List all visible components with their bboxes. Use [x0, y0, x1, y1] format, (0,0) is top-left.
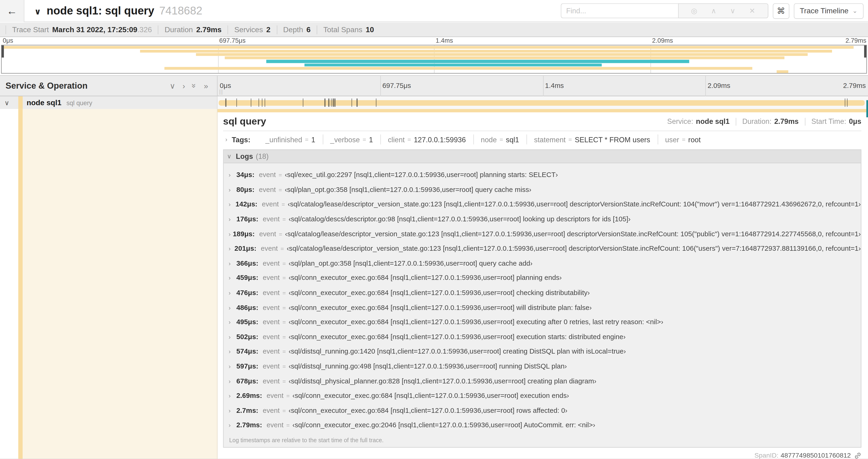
chevron-right-icon: › [225, 136, 227, 143]
span-bar-area[interactable] [217, 96, 868, 109]
chevron-down-icon: ⌄ [852, 7, 858, 14]
log-tick [225, 98, 226, 107]
back-button[interactable]: ← [0, 0, 24, 22]
minimap-span-bar [140, 50, 832, 52]
log-entry[interactable]: › 2.69ms: event = ‹sql/conn_executor_exe… [223, 388, 861, 403]
log-tick [331, 98, 332, 107]
minimap-tick-label: 2.09ms [651, 37, 673, 44]
span-operation-name: sql query [66, 99, 92, 106]
span-color-stripe [18, 96, 22, 109]
title-chevron-icon[interactable]: ∨ [34, 6, 41, 17]
tags-accordion[interactable]: › Tags: _unfinished = 1 _verbose = 1 [223, 131, 861, 147]
chevron-right-icon: › [229, 186, 236, 193]
minimap-tick-label: 0μs [1, 37, 13, 44]
log-entry[interactable]: › 2.79ms: event = ‹sql/conn_executor_exe… [223, 418, 861, 432]
ruler-tick-label: 0μs [217, 82, 231, 90]
minimap-span-bar [776, 70, 788, 73]
view-select-label: Trace Timeline [800, 6, 849, 15]
log-entry[interactable]: › 486μs: event = ‹sql/conn_executor_exec… [223, 300, 861, 315]
log-entry[interactable]: › 476μs: event = ‹sql/conn_executor_exec… [223, 286, 861, 300]
find-clear-icon[interactable]: ✕ [749, 7, 755, 14]
minimap-tick-labels: 0μs697.75μs1.4ms2.09ms2.79ms [1, 37, 867, 45]
minimap-span-bar [266, 60, 689, 63]
trace-title-group: ∨ node sql1: sql query 7418682 [34, 4, 202, 17]
trace-minimap: 0μs697.75μs1.4ms2.09ms2.79ms [0, 37, 868, 75]
detail-start-time: 0μs [849, 117, 861, 126]
log-entry[interactable]: › 366μs: event = ‹sql/plan_opt.go:358 [n… [223, 256, 861, 270]
page-title: node sql1: sql query [46, 4, 154, 17]
chevron-right-icon: › [229, 333, 236, 340]
log-entry[interactable]: › 34μs: event = ‹sql/exec_util.go:2297 [… [223, 168, 861, 183]
trace-summary-item: Total Spans 10 [317, 25, 380, 34]
detail-left-column [0, 109, 217, 459]
chevron-right-icon: › [229, 363, 236, 369]
expand-one-icon[interactable]: › [183, 82, 185, 90]
log-tick [357, 98, 358, 107]
log-entry[interactable]: › 142μs: event = ‹sql/catalog/lease/desc… [223, 197, 861, 212]
ruler-tick-label: 2.79ms [843, 82, 868, 90]
log-entry[interactable]: › 678μs: event = ‹sql/distsql_physical_p… [223, 374, 861, 388]
tag-item: statement = SELECT * FROM users [526, 135, 657, 144]
log-tick [258, 98, 259, 107]
minimap-canvas[interactable] [1, 45, 867, 73]
span-collapse-chevron-icon[interactable]: ∨ [4, 99, 14, 106]
find-next-icon[interactable]: ∨ [730, 7, 736, 14]
expand-all-icon[interactable]: » [204, 82, 208, 90]
collapse-one-icon[interactable]: ∨ [169, 82, 175, 90]
log-entry[interactable]: › 495μs: event = ‹sql/conn_executor_exec… [223, 315, 861, 330]
find-input[interactable] [561, 3, 678, 18]
chevron-right-icon: › [229, 216, 236, 222]
collapse-all-icon[interactable]: » [191, 84, 198, 88]
timeline-ruler: 0μs697.75μs1.4ms2.09ms2.79ms [217, 76, 868, 96]
minimap-left-scrubber[interactable] [2, 45, 4, 58]
timeline-header-row: Service & Operation ∨ › » » || 0μs697.75… [0, 75, 868, 96]
detail-operation-title: sql query [223, 116, 266, 127]
log-tick [351, 98, 352, 107]
span-detail-row: sql query Service:node sql1 Duration:2.7… [0, 109, 868, 459]
span-id-row: SpanID: 4877749850101760812 [223, 448, 861, 459]
minimap-right-scrubber[interactable] [864, 45, 866, 58]
minimap-spans [2, 45, 866, 73]
find-prev-icon[interactable]: ∧ [711, 7, 716, 14]
tree-controls: ∨ › » » [162, 82, 208, 90]
trace-summary-item: Duration 2.79ms [158, 25, 228, 34]
detail-meta: Service:node sql1 Duration:2.79ms Start … [667, 117, 861, 126]
chevron-right-icon: › [229, 201, 236, 207]
span-service-name: node sql1 [27, 98, 62, 107]
log-entry[interactable]: › 597μs: event = ‹sql/distsql_running.go… [223, 359, 861, 374]
command-icon: ⌘ [777, 6, 785, 16]
ruler-tick-label: 697.75μs [380, 82, 411, 90]
log-entry[interactable]: › 502μs: event = ‹sql/conn_executor_exec… [223, 330, 861, 344]
chevron-right-icon: › [229, 422, 236, 428]
link-icon[interactable] [854, 452, 862, 459]
trace-view-select[interactable]: Trace Timeline ⌄ [794, 3, 864, 19]
log-tick [251, 98, 251, 107]
log-tick [335, 98, 335, 107]
detail-panel-area: sql query Service:node sql1 Duration:2.7… [217, 109, 868, 459]
find-group: ◎ ∧ ∨ ✕ [561, 3, 768, 18]
right-edge-span-fragment [866, 100, 868, 117]
keyboard-shortcuts-button[interactable]: ⌘ [773, 3, 789, 19]
log-entry[interactable]: › 176μs: event = ‹sql/catalog/descs/desc… [223, 212, 861, 226]
tag-item: node = sql1 [473, 135, 526, 144]
chevron-right-icon: › [229, 172, 236, 178]
minimap-tick-label: 2.79ms [845, 37, 867, 44]
logs-header[interactable]: ∨ Logs (18) [223, 150, 861, 163]
locate-icon[interactable]: ◎ [691, 7, 697, 14]
log-entry[interactable]: › 574μs: event = ‹sql/distsql_running.go… [223, 344, 861, 359]
span-name-column[interactable]: ∨ node sql1 sql query [0, 96, 217, 109]
log-entry[interactable]: › 201μs: event = ‹sql/catalog/lease/desc… [223, 241, 861, 256]
span-row[interactable]: ∨ node sql1 sql query [0, 96, 868, 109]
log-entry[interactable]: › 2.7ms: event = ‹sql/conn_executor_exec… [223, 403, 861, 418]
log-tick [303, 98, 304, 107]
trace-summary-item: Depth 6 [277, 25, 317, 34]
minimap-tick-label: 1.4ms [434, 37, 453, 44]
log-entry[interactable]: › 459μs: event = ‹sql/conn_executor_exec… [223, 270, 861, 285]
trace-summary-item: Trace Start March 31 2022, 17:25:09.326 [6, 25, 158, 34]
log-entry[interactable]: › 189μs: event = ‹sql/catalog/lease/desc… [223, 226, 861, 241]
logs-footer-note: Log timestamps are relative to the start… [223, 434, 861, 447]
trace-page: ← ∨ node sql1: sql query 7418682 ◎ ∧ ∨ ✕… [0, 0, 868, 459]
log-entry[interactable]: › 80μs: event = ‹sql/plan_opt.go:358 [ns… [223, 183, 861, 197]
chevron-right-icon: › [229, 289, 236, 296]
span-id-value: 4877749850101760812 [781, 452, 851, 459]
